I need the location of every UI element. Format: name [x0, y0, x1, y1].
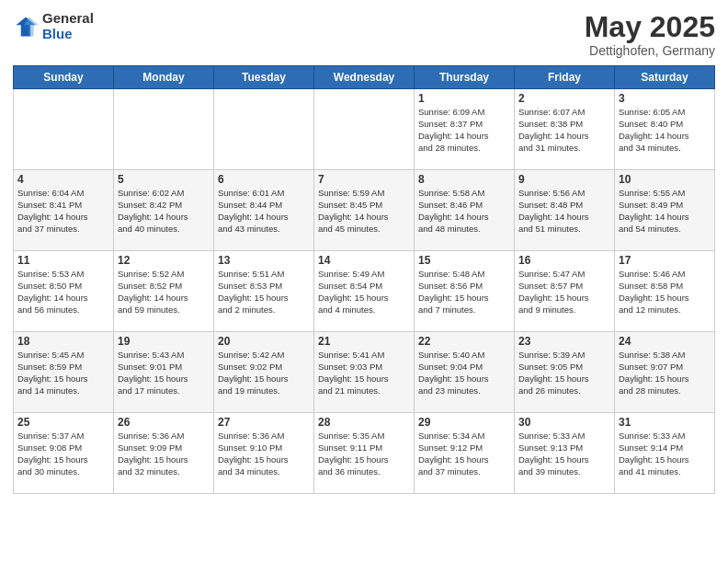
week-row-4: 18Sunrise: 5:45 AM Sunset: 8:59 PM Dayli… [14, 332, 715, 413]
logo: General Blue [13, 11, 94, 41]
day-number: 20 [218, 335, 310, 348]
weekday-thursday: Thursday [415, 66, 515, 89]
calendar-cell: 27Sunrise: 5:36 AM Sunset: 9:10 PM Dayli… [214, 413, 314, 494]
logo-icon [13, 14, 39, 40]
day-number: 24 [619, 335, 711, 348]
day-info: Sunrise: 5:42 AM Sunset: 9:02 PM Dayligh… [218, 350, 310, 396]
calendar-cell [114, 89, 214, 170]
weekday-tuesday: Tuesday [214, 66, 314, 89]
page-header: General Blue May 2025 Dettighofen, Germa… [13, 11, 715, 58]
weekday-monday: Monday [114, 66, 214, 89]
day-number: 6 [218, 173, 310, 186]
calendar-cell: 21Sunrise: 5:41 AM Sunset: 9:03 PM Dayli… [314, 332, 415, 413]
day-info: Sunrise: 5:34 AM Sunset: 9:12 PM Dayligh… [418, 431, 510, 477]
day-number: 31 [619, 416, 711, 429]
weekday-wednesday: Wednesday [314, 66, 415, 89]
calendar-cell [214, 89, 314, 170]
weekday-header-row: SundayMondayTuesdayWednesdayThursdayFrid… [14, 66, 715, 89]
day-number: 22 [418, 335, 510, 348]
day-info: Sunrise: 5:36 AM Sunset: 9:09 PM Dayligh… [118, 431, 210, 477]
day-number: 26 [118, 416, 210, 429]
calendar-cell: 1Sunrise: 6:09 AM Sunset: 8:37 PM Daylig… [415, 89, 515, 170]
day-number: 4 [17, 173, 109, 186]
day-number: 15 [418, 254, 510, 267]
calendar-cell: 22Sunrise: 5:40 AM Sunset: 9:04 PM Dayli… [415, 332, 515, 413]
calendar-cell: 13Sunrise: 5:51 AM Sunset: 8:53 PM Dayli… [214, 251, 314, 332]
calendar-cell: 28Sunrise: 5:35 AM Sunset: 9:11 PM Dayli… [314, 413, 415, 494]
day-number: 14 [318, 254, 410, 267]
day-number: 12 [118, 254, 210, 267]
day-info: Sunrise: 6:09 AM Sunset: 8:37 PM Dayligh… [418, 107, 510, 154]
calendar-cell: 30Sunrise: 5:33 AM Sunset: 9:13 PM Dayli… [515, 413, 615, 494]
calendar-cell: 18Sunrise: 5:45 AM Sunset: 8:59 PM Dayli… [14, 332, 114, 413]
day-info: Sunrise: 5:55 AM Sunset: 8:49 PM Dayligh… [619, 188, 711, 235]
calendar-cell: 23Sunrise: 5:39 AM Sunset: 9:05 PM Dayli… [515, 332, 615, 413]
calendar-cell: 8Sunrise: 5:58 AM Sunset: 8:46 PM Daylig… [415, 170, 515, 251]
day-number: 5 [118, 173, 210, 186]
calendar-cell: 2Sunrise: 6:07 AM Sunset: 8:38 PM Daylig… [515, 89, 615, 170]
day-number: 17 [619, 254, 711, 267]
day-info: Sunrise: 6:04 AM Sunset: 8:41 PM Dayligh… [17, 188, 109, 235]
calendar-cell: 24Sunrise: 5:38 AM Sunset: 9:07 PM Dayli… [615, 332, 715, 413]
weekday-friday: Friday [515, 66, 615, 89]
calendar-cell: 3Sunrise: 6:05 AM Sunset: 8:40 PM Daylig… [615, 89, 715, 170]
day-number: 10 [619, 173, 711, 186]
calendar-cell: 5Sunrise: 6:02 AM Sunset: 8:42 PM Daylig… [114, 170, 214, 251]
week-row-5: 25Sunrise: 5:37 AM Sunset: 9:08 PM Dayli… [14, 413, 715, 494]
day-info: Sunrise: 5:52 AM Sunset: 8:52 PM Dayligh… [118, 269, 210, 316]
day-info: Sunrise: 6:07 AM Sunset: 8:38 PM Dayligh… [518, 107, 610, 154]
day-info: Sunrise: 5:51 AM Sunset: 8:53 PM Dayligh… [218, 269, 310, 316]
calendar-cell: 4Sunrise: 6:04 AM Sunset: 8:41 PM Daylig… [14, 170, 114, 251]
calendar-cell: 6Sunrise: 6:01 AM Sunset: 8:44 PM Daylig… [214, 170, 314, 251]
day-info: Sunrise: 5:53 AM Sunset: 8:50 PM Dayligh… [17, 269, 109, 316]
day-info: Sunrise: 5:33 AM Sunset: 9:13 PM Dayligh… [518, 431, 610, 477]
day-info: Sunrise: 5:58 AM Sunset: 8:46 PM Dayligh… [418, 188, 510, 235]
calendar-cell: 20Sunrise: 5:42 AM Sunset: 9:02 PM Dayli… [214, 332, 314, 413]
day-info: Sunrise: 5:56 AM Sunset: 8:48 PM Dayligh… [518, 188, 610, 235]
calendar-cell: 10Sunrise: 5:55 AM Sunset: 8:49 PM Dayli… [615, 170, 715, 251]
calendar-cell: 15Sunrise: 5:48 AM Sunset: 8:56 PM Dayli… [415, 251, 515, 332]
calendar-cell: 16Sunrise: 5:47 AM Sunset: 8:57 PM Dayli… [515, 251, 615, 332]
logo-general-text: General [42, 11, 94, 27]
calendar-cell: 7Sunrise: 5:59 AM Sunset: 8:45 PM Daylig… [314, 170, 415, 251]
day-info: Sunrise: 5:36 AM Sunset: 9:10 PM Dayligh… [218, 431, 310, 477]
day-info: Sunrise: 5:40 AM Sunset: 9:04 PM Dayligh… [418, 350, 510, 396]
calendar-cell [14, 89, 114, 170]
day-number: 16 [518, 254, 610, 267]
day-number: 25 [17, 416, 109, 429]
day-number: 21 [318, 335, 410, 348]
calendar-cell: 29Sunrise: 5:34 AM Sunset: 9:12 PM Dayli… [415, 413, 515, 494]
week-row-2: 4Sunrise: 6:04 AM Sunset: 8:41 PM Daylig… [14, 170, 715, 251]
day-info: Sunrise: 5:46 AM Sunset: 8:58 PM Dayligh… [619, 269, 711, 316]
day-info: Sunrise: 5:41 AM Sunset: 9:03 PM Dayligh… [318, 350, 410, 396]
calendar-subtitle: Dettighofen, Germany [585, 43, 715, 58]
day-number: 18 [17, 335, 109, 348]
calendar-cell: 17Sunrise: 5:46 AM Sunset: 8:58 PM Dayli… [615, 251, 715, 332]
week-row-3: 11Sunrise: 5:53 AM Sunset: 8:50 PM Dayli… [14, 251, 715, 332]
calendar-cell: 14Sunrise: 5:49 AM Sunset: 8:54 PM Dayli… [314, 251, 415, 332]
day-info: Sunrise: 5:47 AM Sunset: 8:57 PM Dayligh… [518, 269, 610, 316]
day-info: Sunrise: 6:02 AM Sunset: 8:42 PM Dayligh… [118, 188, 210, 235]
calendar-cell: 12Sunrise: 5:52 AM Sunset: 8:52 PM Dayli… [114, 251, 214, 332]
day-info: Sunrise: 5:45 AM Sunset: 8:59 PM Dayligh… [17, 350, 109, 396]
day-info: Sunrise: 5:43 AM Sunset: 9:01 PM Dayligh… [118, 350, 210, 396]
day-number: 11 [17, 254, 109, 267]
day-info: Sunrise: 6:01 AM Sunset: 8:44 PM Dayligh… [218, 188, 310, 235]
calendar-cell: 26Sunrise: 5:36 AM Sunset: 9:09 PM Dayli… [114, 413, 214, 494]
day-info: Sunrise: 5:48 AM Sunset: 8:56 PM Dayligh… [418, 269, 510, 316]
day-number: 19 [118, 335, 210, 348]
day-number: 8 [418, 173, 510, 186]
weekday-sunday: Sunday [14, 66, 114, 89]
day-info: Sunrise: 5:49 AM Sunset: 8:54 PM Dayligh… [318, 269, 410, 316]
logo-text: General Blue [42, 11, 94, 41]
day-number: 30 [518, 416, 610, 429]
calendar-cell: 9Sunrise: 5:56 AM Sunset: 8:48 PM Daylig… [515, 170, 615, 251]
day-number: 9 [518, 173, 610, 186]
day-number: 23 [518, 335, 610, 348]
day-number: 28 [318, 416, 410, 429]
day-number: 2 [518, 92, 610, 105]
day-info: Sunrise: 5:59 AM Sunset: 8:45 PM Dayligh… [318, 188, 410, 235]
day-info: Sunrise: 5:37 AM Sunset: 9:08 PM Dayligh… [17, 431, 109, 477]
day-number: 3 [619, 92, 711, 105]
week-row-1: 1Sunrise: 6:09 AM Sunset: 8:37 PM Daylig… [14, 89, 715, 170]
